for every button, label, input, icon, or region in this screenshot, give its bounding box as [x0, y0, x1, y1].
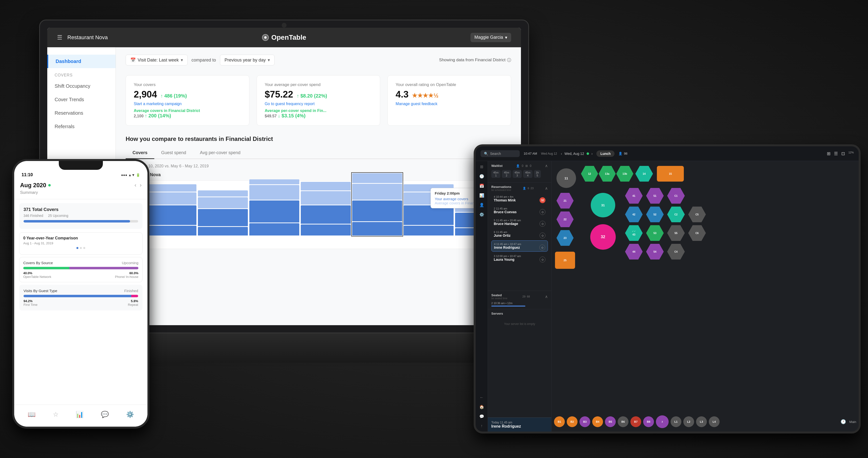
- phone-content: 371 Total Covers 346 Finished 25 Upcomin…: [14, 199, 148, 318]
- table-21[interactable]: 21: [556, 193, 574, 209]
- sidebar-item-cover-trends[interactable]: Cover Trends: [47, 93, 116, 106]
- visit-date-filter[interactable]: 📅 Visit Date: Last week ▾: [126, 55, 188, 65]
- small-table-b8[interactable]: B8: [643, 416, 654, 427]
- table-44[interactable]: 44: [625, 244, 643, 259]
- seated-expand[interactable]: ∧: [545, 294, 548, 299]
- tablet-settings-icon[interactable]: ⊡: [841, 151, 845, 156]
- small-table-l4[interactable]: L4: [709, 416, 720, 427]
- table-11[interactable]: 11: [556, 169, 576, 188]
- menu-icon[interactable]: ☰: [57, 34, 62, 41]
- covers-link[interactable]: Start a marketing campaign: [134, 102, 241, 106]
- table-54[interactable]: 54: [646, 244, 664, 259]
- table-51[interactable]: 51: [646, 188, 664, 204]
- tablet-icon-back[interactable]: ←: [480, 395, 484, 400]
- table-53[interactable]: 53: [646, 225, 664, 241]
- table-13b[interactable]: 13b: [616, 166, 633, 182]
- bar-seg: [352, 201, 402, 221]
- tablet-icon-grid[interactable]: ⊞: [480, 164, 483, 169]
- bar-seg: [301, 224, 351, 236]
- phone-nav-gear[interactable]: ⚙️: [126, 411, 134, 418]
- small-table-l2[interactable]: L2: [683, 416, 694, 427]
- table-42[interactable]: 42: [625, 207, 643, 222]
- tab-guest-spend[interactable]: Guest spend: [154, 147, 193, 159]
- sidebar-item-referrals[interactable]: Referrals: [47, 120, 116, 133]
- small-table-b5[interactable]: B5: [605, 416, 616, 427]
- grid-icon[interactable]: ⊞: [827, 151, 831, 156]
- history-icon[interactable]: 🕐: [841, 419, 846, 424]
- rating-link[interactable]: Manage guest feedback: [396, 102, 503, 106]
- small-table-b1[interactable]: B1: [554, 416, 565, 427]
- res-item-bruce-c[interactable]: 2 11:45 am Bruce Cuevas ◇: [491, 205, 548, 216]
- tablet-icon-settings[interactable]: ⚙️: [479, 212, 484, 217]
- small-table-l1[interactable]: L1: [671, 416, 681, 427]
- phone-nav-book[interactable]: 📖: [28, 411, 35, 418]
- phone-nav-next[interactable]: ›: [140, 182, 142, 188]
- phone-nav-chart[interactable]: 📊: [76, 411, 84, 418]
- sidebar-item-shift-occupancy[interactable]: Shift Occupancy: [47, 80, 116, 93]
- sidebar-item-reservations[interactable]: Reservations: [47, 106, 116, 120]
- tablet-nav-prev[interactable]: ‹: [561, 152, 562, 156]
- tablet-icon-chart[interactable]: 📊: [479, 193, 484, 198]
- res-item-irene[interactable]: 4 11:45 am • 10:47 am Irene Rodriguez ◇: [491, 240, 548, 252]
- table-41[interactable]: 41: [625, 188, 643, 204]
- table-14[interactable]: 14: [635, 166, 653, 182]
- list-icon[interactable]: ☰: [834, 151, 838, 156]
- table-c4[interactable]: C4: [667, 244, 685, 259]
- res-expand[interactable]: ∧: [545, 186, 548, 191]
- table-32[interactable]: 32: [590, 224, 616, 250]
- phone-nav-star[interactable]: ☆: [53, 411, 59, 418]
- table-22[interactable]: 22: [556, 212, 574, 227]
- tablet-icon-share[interactable]: ↑: [481, 424, 483, 428]
- table-23[interactable]: 23: [556, 230, 574, 246]
- table-15[interactable]: 15: [657, 166, 684, 182]
- tablet-search[interactable]: 🔍 Search: [480, 150, 520, 157]
- tablet-screen: 🔍 Search 10:47 AM Wed Aug 12 ‹ Wed, Aug …: [476, 146, 859, 431]
- res-item-june[interactable]: 6 11:45 am June Ortiz ◇: [491, 228, 548, 239]
- compared-to-label: compared to: [191, 58, 216, 63]
- tablet-shift-button[interactable]: Lunch: [596, 150, 615, 157]
- phone-nav-message[interactable]: 💬: [101, 411, 109, 418]
- spend-link[interactable]: Go to guest frequency report: [265, 102, 372, 106]
- tab-avg-per-cover[interactable]: Avg per-cover spend: [193, 147, 247, 159]
- table-11-label: 11: [564, 177, 568, 180]
- table-52[interactable]: 52: [646, 207, 664, 222]
- table-c1[interactable]: C1: [667, 188, 685, 204]
- visits-sub: Finished: [124, 289, 138, 293]
- table-c6[interactable]: C6: [688, 225, 706, 241]
- tablet-icon-person[interactable]: 👤: [479, 203, 484, 207]
- user-dropdown[interactable]: Maggie Garcia ▾: [470, 33, 511, 42]
- res-item-thomas[interactable]: 4 10:44 am • 4m Thomas Mink 32: [491, 193, 548, 204]
- tablet-icon-message[interactable]: 💬: [479, 414, 484, 419]
- tablet-icon-calendar[interactable]: 📅: [479, 184, 484, 188]
- small-table-b2[interactable]: B2: [567, 416, 578, 427]
- info-icon[interactable]: ⓘ: [507, 57, 511, 63]
- small-table-l3[interactable]: L3: [696, 416, 707, 427]
- res-item-bruce-h[interactable]: 5 11:45 am • 10:46 am Bruce Hardage ◇: [491, 217, 548, 228]
- res-item-laura[interactable]: 3 12:00 pm • 10:47 am Laura Young ◇: [491, 253, 548, 264]
- small-table-b7[interactable]: B7: [630, 416, 641, 427]
- table-c2[interactable]: C2: [667, 207, 685, 222]
- small-table-b6[interactable]: B6: [618, 416, 628, 427]
- comparison-filter[interactable]: Previous year by day ▾: [220, 55, 275, 65]
- tab-covers[interactable]: Covers: [126, 147, 154, 159]
- table-c5[interactable]: C5: [688, 207, 706, 222]
- tablet-nav-next[interactable]: ›: [591, 152, 593, 156]
- table-55[interactable]: 55: [667, 225, 685, 241]
- selected-res-banner[interactable]: Today 11.45 am Irene Rodriguez: [488, 418, 551, 431]
- table-13a[interactable]: 13a: [598, 166, 616, 182]
- sidebar-item-dashboard[interactable]: Dashboard: [47, 55, 116, 68]
- phone-nav-prev[interactable]: ‹: [134, 182, 136, 188]
- small-table-b3[interactable]: B3: [580, 416, 590, 427]
- table-31[interactable]: 31: [591, 193, 615, 217]
- metrics-row: Your covers 2,904 ↑ 486 (19%) Start a ma…: [126, 75, 511, 126]
- table-12[interactable]: 12: [581, 166, 598, 182]
- table-25[interactable]: 25: [555, 252, 575, 269]
- waitlist-expand[interactable]: ∧: [545, 163, 548, 168]
- small-table-l0[interactable]: 2: [656, 415, 669, 428]
- res-sched-label: be scheduled time: [491, 189, 512, 191]
- tablet-icon-clock[interactable]: 🕐: [479, 174, 484, 179]
- yoy-dot-1: [76, 247, 79, 249]
- table-43[interactable]: ✓✓ 43: [625, 225, 643, 241]
- small-table-b4[interactable]: B4: [592, 416, 603, 427]
- tablet-icon-home[interactable]: 🏠: [479, 404, 484, 409]
